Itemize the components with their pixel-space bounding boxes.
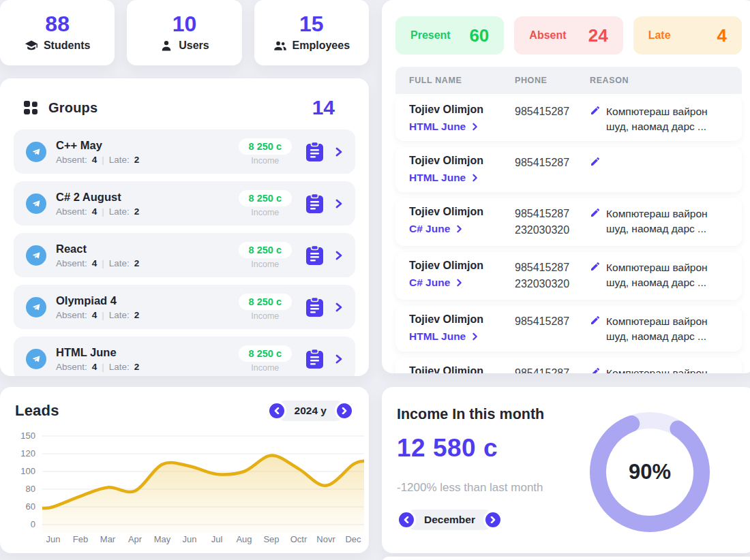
prev-month-button[interactable]: [397, 510, 416, 529]
income-amount: 8 250 c: [239, 345, 292, 362]
edit-pencil-icon[interactable]: [590, 261, 601, 272]
income-label: Income: [239, 363, 292, 373]
edit-pencil-icon[interactable]: [590, 207, 601, 218]
chevron-right-icon[interactable]: [335, 147, 343, 157]
col-full-name: FULL NAME: [409, 76, 515, 85]
student-phones: 985415287: [515, 104, 590, 134]
edit-pencil-icon[interactable]: [590, 315, 601, 326]
telegram-icon[interactable]: [26, 245, 46, 266]
group-link-label: HTML June: [409, 121, 466, 133]
stat-card-students[interactable]: 88 Students: [0, 0, 115, 65]
group-link-label: C# June: [409, 277, 450, 289]
reason-text: Компютераш вайрон шуд, наомад дарс ...: [606, 260, 728, 292]
students-count: 88: [45, 13, 70, 35]
student-phones: 985415287: [515, 313, 590, 343]
graduation-cap-icon: [25, 39, 38, 52]
income-card: Income In this month 12 580 c -1200% les…: [382, 387, 750, 553]
student-name: Tojiev Olimjon: [409, 206, 515, 218]
stat-card-users[interactable]: 10 Users: [127, 0, 241, 65]
telegram-icon[interactable]: [26, 297, 46, 317]
present-pill: Present 60: [395, 16, 504, 55]
student-name: Tojiev Olimjon: [409, 155, 515, 167]
table-row[interactable]: Tojiev Olimjon HTML June 985415287 Компю…: [395, 306, 742, 351]
present-label: Present: [410, 29, 451, 42]
group-link[interactable]: HTML June: [409, 121, 515, 133]
month-label: December: [405, 510, 494, 530]
users-count: 10: [172, 13, 197, 35]
student-phones: 985415287232030320: [515, 260, 590, 292]
group-row[interactable]: C++ May Absent: 4 | Late: 2 8 250 c Inco…: [14, 129, 355, 174]
table-row[interactable]: Tojiev Olimjon HTML June 985415287 Компю…: [395, 358, 742, 373]
edit-pencil-icon[interactable]: [590, 367, 601, 373]
group-row[interactable]: React Absent: 4 | Late: 2 8 250 c Income: [14, 233, 355, 277]
clipboard-icon[interactable]: [305, 193, 324, 214]
chevron-right-icon: [472, 123, 479, 131]
chevron-right-icon: [456, 225, 463, 233]
absent-label: Absent:: [56, 258, 87, 268]
attendance-pills: Present 60 Absent 24 Late 4: [395, 16, 742, 55]
clipboard-icon[interactable]: [305, 142, 324, 162]
group-link[interactable]: HTML June: [409, 330, 515, 343]
student-phones: 985415287232030320: [515, 206, 590, 238]
table-header: FULL NAME PHONE REASON: [395, 67, 742, 94]
table-rows[interactable]: Tojiev Olimjon HTML June 985415287 Компю…: [395, 94, 742, 373]
groups-header: Groups 14: [14, 92, 355, 119]
clipboard-icon[interactable]: [305, 349, 324, 369]
telegram-icon[interactable]: [26, 349, 46, 369]
leads-card: Leads 2024 y 15012010080600 JunFebMarApr…: [0, 387, 369, 553]
chevron-right-icon[interactable]: [335, 199, 343, 208]
reason-text: Компютераш вайрон шуд, наомад дарс ...: [606, 365, 728, 373]
clipboard-icon[interactable]: [305, 297, 324, 317]
telegram-icon[interactable]: [26, 193, 46, 214]
reason-text: Компютераш вайрон шуд, наомад дарс ...: [606, 206, 728, 238]
chevron-right-icon[interactable]: [335, 302, 343, 312]
late-label: Late: [648, 29, 671, 42]
income-amount: 8 250 c: [239, 294, 292, 310]
clipboard-icon[interactable]: [305, 245, 324, 266]
student-name: Tojiev Olimjon: [409, 313, 515, 326]
chevron-right-icon: [472, 174, 479, 182]
group-row[interactable]: C# 2 August Absent: 4 | Late: 2 8 250 c …: [14, 181, 355, 225]
grid-icon: [23, 100, 38, 115]
absent-count: 4: [92, 155, 97, 165]
present-value: 60: [469, 25, 489, 46]
attendance-card: Present 60 Absent 24 Late 4 FULL NAME PH…: [382, 0, 750, 373]
group-row[interactable]: Olympiad 4 Absent: 4 | Late: 2 8 250 c I…: [14, 285, 355, 329]
reason-text: Компютераш вайрон шуд, наомад дарс ...: [606, 313, 728, 343]
edit-pencil-icon[interactable]: [590, 105, 601, 116]
groups-list[interactable]: C++ May Absent: 4 | Late: 2 8 250 c Inco…: [14, 129, 355, 376]
chevron-right-icon: [472, 332, 479, 341]
chevron-right-icon[interactable]: [335, 251, 343, 260]
group-row[interactable]: HTML June Absent: 4 | Late: 2 8 250 c In…: [14, 337, 355, 376]
prev-year-button[interactable]: [267, 401, 286, 420]
reason-text: Компютераш вайрон шуд, наомад дарс ...: [606, 104, 728, 134]
late-label: Late:: [109, 258, 130, 268]
telegram-icon[interactable]: [26, 142, 46, 162]
group-link[interactable]: HTML June: [409, 172, 515, 184]
absent-label: Absent:: [56, 362, 87, 372]
stat-card-employees[interactable]: 15 Employees: [254, 0, 369, 65]
edit-pencil-icon[interactable]: [590, 156, 601, 167]
chevron-right-icon[interactable]: [335, 354, 343, 364]
group-link[interactable]: C# June: [409, 223, 515, 235]
student-phones: 985415287: [515, 365, 590, 373]
late-label: Late:: [109, 310, 130, 320]
attendance-table[interactable]: FULL NAME PHONE REASON Tojiev Olimjon HT…: [395, 67, 742, 373]
late-label: Late:: [109, 362, 130, 372]
income-amount: 8 250 c: [239, 138, 292, 155]
table-row[interactable]: Tojiev Olimjon HTML June 985415287: [395, 147, 742, 192]
group-name: HTML June: [56, 346, 139, 359]
next-month-button[interactable]: [483, 510, 502, 529]
next-year-button[interactable]: [335, 401, 354, 420]
leads-area: [42, 456, 364, 533]
income-amount: 8 250 c: [239, 242, 292, 258]
group-link[interactable]: C# June: [409, 277, 515, 289]
group-link-label: C# June: [409, 223, 450, 235]
next-card-edge: [382, 557, 750, 560]
student-name: Tojiev Olimjon: [409, 260, 515, 272]
table-row[interactable]: Tojiev Olimjon C# June 98541528723203032…: [395, 198, 742, 246]
table-row[interactable]: Tojiev Olimjon C# June 98541528723203032…: [395, 252, 742, 300]
table-row[interactable]: Tojiev Olimjon HTML June 985415287 Компю…: [395, 96, 742, 141]
group-name: Olympiad 4: [56, 294, 139, 307]
group-name: React: [56, 243, 139, 255]
